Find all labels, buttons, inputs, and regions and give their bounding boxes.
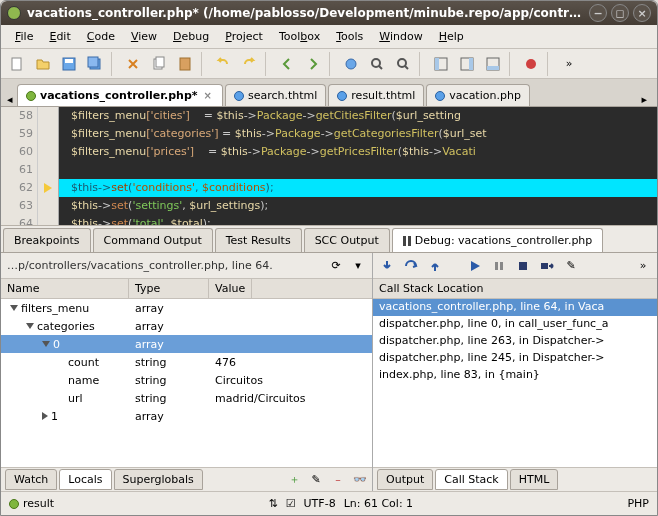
find-icon[interactable] <box>365 52 389 76</box>
menu-help[interactable]: Help <box>433 28 470 45</box>
status-encoding[interactable]: UTF-8 <box>304 497 336 510</box>
status-language[interactable]: PHP <box>627 497 649 510</box>
tab-watch[interactable]: Watch <box>5 469 57 490</box>
overflow-debug-icon[interactable]: » <box>635 258 651 274</box>
variable-row[interactable]: filters_menuarray <box>1 299 372 317</box>
tab-vacations-controller[interactable]: vacations_controller.php* × <box>17 84 223 106</box>
callstack-header: Call Stack Location <box>373 279 657 299</box>
new-file-icon[interactable] <box>5 52 29 76</box>
callstack-list[interactable]: vacations_controller.php, line 64, in Va… <box>373 299 657 467</box>
tab-breakpoints[interactable]: Breakpoints <box>3 228 91 252</box>
tab-html[interactable]: HTML <box>510 469 559 490</box>
variables-tree[interactable]: filters_menuarraycategoriesarray0arrayco… <box>1 299 372 467</box>
edit-var-icon[interactable]: ✎ <box>308 472 324 488</box>
save-icon[interactable] <box>57 52 81 76</box>
tab-result[interactable]: result.thtml <box>328 84 424 106</box>
delete-var-icon[interactable]: – <box>330 472 346 488</box>
inspect-icon[interactable]: 👓 <box>352 472 368 488</box>
variable-row[interactable]: 1array <box>1 407 372 425</box>
dropdown-icon[interactable]: ▾ <box>350 258 366 274</box>
variable-row[interactable]: 0array <box>1 335 372 353</box>
svg-point-8 <box>346 59 356 69</box>
layout-left-icon[interactable] <box>429 52 453 76</box>
copy-icon[interactable] <box>147 52 171 76</box>
menu-tools[interactable]: Tools <box>330 28 369 45</box>
variable-row[interactable]: countstring476 <box>1 353 372 371</box>
tab-close-icon[interactable]: × <box>202 90 214 101</box>
code-editor[interactable]: 58596061626364 $filters_menu['cities'] =… <box>1 107 657 225</box>
line-numbers: 58596061626364 <box>1 107 37 225</box>
marker-gutter[interactable] <box>37 107 59 225</box>
tab-scroll-left[interactable]: ◂ <box>7 93 17 106</box>
callstack-bottom-tabs: Output Call Stack HTML <box>373 467 657 491</box>
variable-row[interactable]: namestringCircuitos <box>1 371 372 389</box>
forward-icon[interactable] <box>301 52 325 76</box>
tab-output[interactable]: Output <box>377 469 433 490</box>
record-icon[interactable] <box>519 52 543 76</box>
stop-icon[interactable] <box>515 258 531 274</box>
play-icon[interactable] <box>467 258 483 274</box>
menu-project[interactable]: Project <box>219 28 269 45</box>
step-over-icon[interactable] <box>403 258 419 274</box>
step-into-icon[interactable] <box>379 258 395 274</box>
variable-row[interactable]: urlstringmadrid/Circuitos <box>1 389 372 407</box>
undo-icon[interactable] <box>211 52 235 76</box>
tab-scroll-right[interactable]: ▸ <box>637 93 651 106</box>
save-all-icon[interactable] <box>83 52 107 76</box>
status-check-icon[interactable]: ☑ <box>286 497 296 510</box>
menu-view[interactable]: View <box>125 28 163 45</box>
add-var-icon[interactable]: ＋ <box>286 472 302 488</box>
detach-icon[interactable] <box>539 258 555 274</box>
tab-command-output[interactable]: Command Output <box>93 228 213 252</box>
refresh-icon[interactable]: ⟳ <box>328 258 344 274</box>
status-file[interactable]: result <box>9 497 54 510</box>
paste-icon[interactable] <box>173 52 197 76</box>
overflow-icon[interactable]: » <box>557 52 581 76</box>
layout-bottom-icon[interactable] <box>481 52 505 76</box>
callstack-row[interactable]: dispatcher.php, line 0, in call_user_fun… <box>373 316 657 333</box>
callstack-row[interactable]: index.php, line 83, in {main} <box>373 367 657 384</box>
col-name[interactable]: Name <box>1 279 129 298</box>
open-file-icon[interactable] <box>31 52 55 76</box>
callstack-row[interactable]: dispatcher.php, line 245, in Dispatcher-… <box>373 350 657 367</box>
callstack-row[interactable]: vacations_controller.php, line 64, in Va… <box>373 299 657 316</box>
code-content[interactable]: $filters_menu['cities'] = $this->Package… <box>59 107 657 225</box>
maximize-button[interactable]: ◻ <box>611 4 629 22</box>
menu-edit[interactable]: Edit <box>43 28 76 45</box>
find2-icon[interactable] <box>391 52 415 76</box>
tab-test-results[interactable]: Test Results <box>215 228 302 252</box>
callstack-row[interactable]: dispatcher.php, line 263, in Dispatcher-… <box>373 333 657 350</box>
layout-right-icon[interactable] <box>455 52 479 76</box>
tab-debug[interactable]: Debug: vacations_controller.php <box>392 228 604 252</box>
settings-debug-icon[interactable]: ✎ <box>563 258 579 274</box>
expand-icon[interactable] <box>10 305 18 311</box>
menu-window[interactable]: Window <box>373 28 428 45</box>
tab-locals[interactable]: Locals <box>59 469 111 490</box>
preview-icon[interactable] <box>339 52 363 76</box>
variable-row[interactable]: categoriesarray <box>1 317 372 335</box>
pause-debug-icon[interactable] <box>491 258 507 274</box>
menu-toolbox[interactable]: Toolbox <box>273 28 326 45</box>
menu-file[interactable]: File <box>9 28 39 45</box>
menu-debug[interactable]: Debug <box>167 28 215 45</box>
step-out-icon[interactable] <box>427 258 443 274</box>
redo-icon[interactable] <box>237 52 261 76</box>
tab-vacation[interactable]: vacation.php <box>426 84 530 106</box>
back-icon[interactable] <box>275 52 299 76</box>
svg-rect-21 <box>541 263 548 269</box>
expand-icon[interactable] <box>42 341 50 347</box>
tab-scc-output[interactable]: SCC Output <box>304 228 390 252</box>
expand-icon[interactable] <box>42 412 48 420</box>
expand-icon[interactable] <box>26 323 34 329</box>
menu-code[interactable]: Code <box>81 28 121 45</box>
minimize-button[interactable]: − <box>589 4 607 22</box>
col-value[interactable]: Value <box>209 279 252 298</box>
tab-superglobals[interactable]: Superglobals <box>114 469 203 490</box>
col-type[interactable]: Type <box>129 279 209 298</box>
status-position[interactable]: Ln: 61 Col: 1 <box>344 497 413 510</box>
status-updown-icon[interactable]: ⇅ <box>268 497 277 510</box>
close-button[interactable]: × <box>633 4 651 22</box>
cut-icon[interactable] <box>121 52 145 76</box>
tab-callstack[interactable]: Call Stack <box>435 469 507 490</box>
tab-search[interactable]: search.thtml <box>225 84 326 106</box>
